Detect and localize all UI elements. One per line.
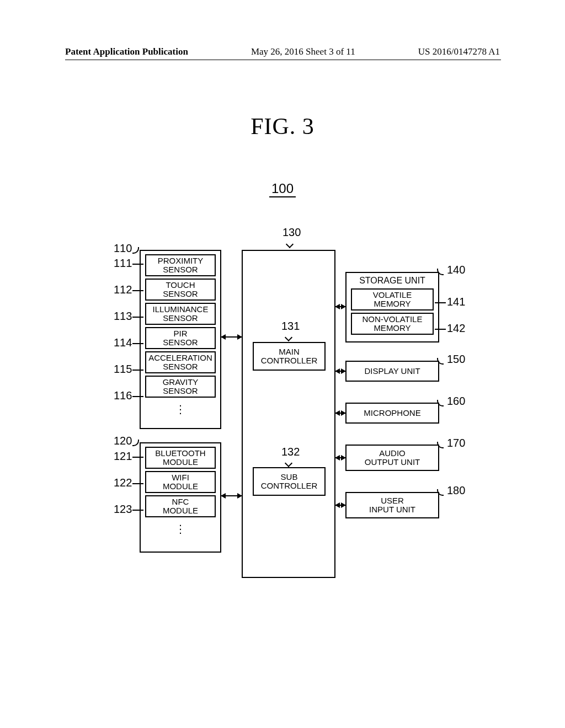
label-150: 150 <box>447 353 465 366</box>
label-114: 114 <box>114 336 132 349</box>
acceleration-sensor: ACCELERATION SENSOR <box>145 351 216 373</box>
volatile-memory: VOLATILE MEMORY <box>351 288 434 311</box>
storage-title: STORAGE UNIT <box>347 273 438 287</box>
microphone: MICROPHONE <box>345 403 439 424</box>
label-111: 111 <box>114 257 132 270</box>
sensor-ellipsis: ··· <box>141 400 220 416</box>
arrow-display <box>335 371 345 372</box>
label-110: 110 <box>114 242 132 255</box>
illuminance-sensor: ILLUMINANCE SENSOR <box>145 303 216 325</box>
header-right: US 2016/0147278 A1 <box>418 46 500 57</box>
sub-controller-block: SUB CONTROLLER <box>253 467 326 496</box>
label-123: 123 <box>114 503 132 516</box>
block-diagram: 130 MAIN CONTROLLER SUB CONTROLLER 131 1… <box>77 221 486 596</box>
arrow-mic <box>335 413 345 414</box>
label-141: 141 <box>447 296 465 308</box>
system-reference: 100 <box>0 181 565 196</box>
label-130: 130 <box>282 226 301 239</box>
nonvolatile-memory: NON-VOLATILE MEMORY <box>351 313 434 335</box>
bluetooth-module: BLUETOOTH MODULE <box>145 447 216 469</box>
proximity-sensor: PROXIMITY SENSOR <box>145 254 216 276</box>
label-160: 160 <box>447 395 465 408</box>
gravity-sensor: GRAVITY SENSOR <box>145 376 216 398</box>
page-header: Patent Application Publication May 26, 2… <box>0 46 565 57</box>
label-131: 131 <box>281 320 300 333</box>
label-142: 142 <box>447 322 465 335</box>
label-140: 140 <box>447 264 465 276</box>
arrow-sensor-controller <box>221 336 242 338</box>
label-180: 180 <box>447 484 465 497</box>
storage-unit: STORAGE UNIT VOLATILE MEMORY NON-VOLATIL… <box>345 272 439 342</box>
header-center: May 26, 2016 Sheet 3 of 11 <box>251 46 355 57</box>
pir-sensor: PIR SENSOR <box>145 327 216 349</box>
hook-120 <box>132 440 139 446</box>
label-113: 113 <box>114 310 132 323</box>
touch-sensor: TOUCH SENSOR <box>145 279 216 301</box>
comm-group: BLUETOOTH MODULE WIFI MODULE NFC MODULE … <box>140 442 221 553</box>
display-unit: DISPLAY UNIT <box>345 361 439 382</box>
header-rule <box>65 60 501 60</box>
label-170: 170 <box>447 437 465 449</box>
label-115: 115 <box>114 363 132 376</box>
arrow-storage <box>335 306 345 307</box>
label-122: 122 <box>114 477 132 489</box>
label-121: 121 <box>114 450 132 463</box>
label-120: 120 <box>114 435 132 447</box>
figure-title: FIG. 3 <box>0 113 565 140</box>
arrow-audio <box>335 457 345 458</box>
header-left: Patent Application Publication <box>65 46 188 57</box>
label-132: 132 <box>281 446 300 458</box>
label-112: 112 <box>114 283 132 296</box>
arrow-user-input <box>335 505 345 506</box>
hook-110 <box>132 247 139 254</box>
sensor-group: PROXIMITY SENSOR TOUCH SENSOR ILLUMINANC… <box>140 250 221 429</box>
main-controller-block: MAIN CONTROLLER <box>253 342 326 371</box>
label-116: 116 <box>114 389 132 402</box>
user-input: USER INPUT UNIT <box>345 492 439 518</box>
nfc-module: NFC MODULE <box>145 495 216 517</box>
audio-output: AUDIO OUTPUT UNIT <box>345 445 439 471</box>
arrow-comm-controller <box>221 495 242 496</box>
controller-block: MAIN CONTROLLER SUB CONTROLLER <box>242 250 335 578</box>
wifi-module: WIFI MODULE <box>145 471 216 493</box>
comm-ellipsis: ··· <box>141 520 220 536</box>
lead-130 <box>286 240 294 248</box>
